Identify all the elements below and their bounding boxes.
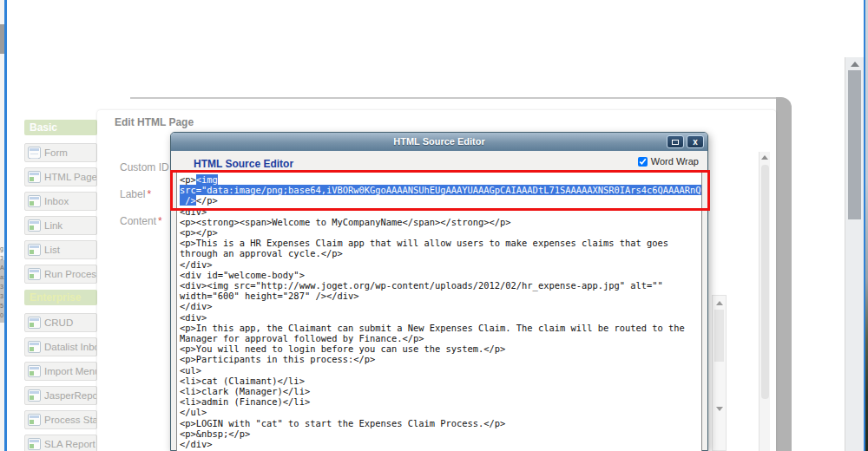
menu-icon [28,414,41,426]
maximize-icon [672,140,679,145]
menu-icon [28,244,41,256]
palette-item-run-process[interactable]: Run Process [24,265,97,284]
palette-section-enterprise: Enterprise [24,290,97,305]
code-area: <p><imgsrc="data:image/png;base64,iVBORw… [180,174,700,449]
menu-icon [28,268,41,280]
palette-item-sla-report[interactable]: SLA Report [24,435,97,451]
palette-item-form[interactable]: Form [24,143,97,162]
source-code-textarea[interactable]: <p><imgsrc="data:image/png;base64,iVBORw… [176,172,702,451]
editor-heading: HTML Source Editor [194,158,293,170]
palette-item-jasperreport[interactable]: JasperReport [24,386,97,405]
modal-close-button[interactable]: x [687,135,704,148]
modal-maximize-button[interactable] [667,135,684,148]
field-label-content: Content* [120,215,162,227]
dialog-scrollbar[interactable] [759,152,770,451]
browser-scrollbar[interactable] [845,57,864,451]
menu-icon [28,195,41,207]
menu-icon [28,365,41,377]
word-wrap-label: Word Wrap [651,156,699,167]
scrollbar-thumb[interactable] [714,310,724,362]
menu-icon [28,341,41,353]
palette-item-list[interactable]: List [24,240,97,259]
form-icon [28,147,41,159]
palette-item-import-menu[interactable]: Import Menu [24,362,97,381]
palette-item-datalist-inbox[interactable]: Datalist Inbox [24,337,97,356]
word-wrap-toggle[interactable]: Word Wrap [638,156,699,167]
palette-item-html-page[interactable]: HTML Page [24,167,97,186]
palette-item-link[interactable]: Link [24,216,97,235]
scrollbar-thumb[interactable] [761,165,769,399]
scroll-up-icon[interactable] [851,62,859,67]
menu-icon [28,171,41,183]
required-asterisk: * [158,215,162,227]
palette-sidebar: Basic Form HTML Page Inbox Link List Run… [24,120,97,451]
field-label-label: Label* [120,188,151,200]
word-wrap-checkbox[interactable] [638,157,648,167]
palette-item-process-stat[interactable]: Process Stat [24,410,97,429]
dialog-title: Edit HTML Page [115,116,194,128]
html-source-editor-modal: HTML Source Editor x HTML Source Editor … [170,132,708,451]
canvas-frame-right [776,97,792,451]
menu-icon [28,219,41,232]
menu-icon [28,389,41,402]
required-asterisk: * [147,188,151,200]
modal-title: HTML Source Editor [393,136,485,147]
menu-icon [28,438,41,450]
scroll-up-icon[interactable] [761,155,768,160]
field-label-custom-id: Custom ID [120,161,171,173]
palette-item-inbox[interactable]: Inbox [24,192,97,211]
menu-icon [28,317,41,329]
scroll-up-icon[interactable] [716,301,723,305]
window-border-right [864,0,865,451]
scrollbar-thumb[interactable] [848,70,861,219]
palette-item-crud[interactable]: CRUD [24,313,97,332]
palette-section-basic: Basic [24,120,97,135]
scroll-down-icon[interactable] [716,407,723,411]
canvas-frame-top [130,97,776,99]
modal-titlebar[interactable]: HTML Source Editor x [171,133,707,151]
content-editor-scrollbar[interactable] [712,295,727,451]
